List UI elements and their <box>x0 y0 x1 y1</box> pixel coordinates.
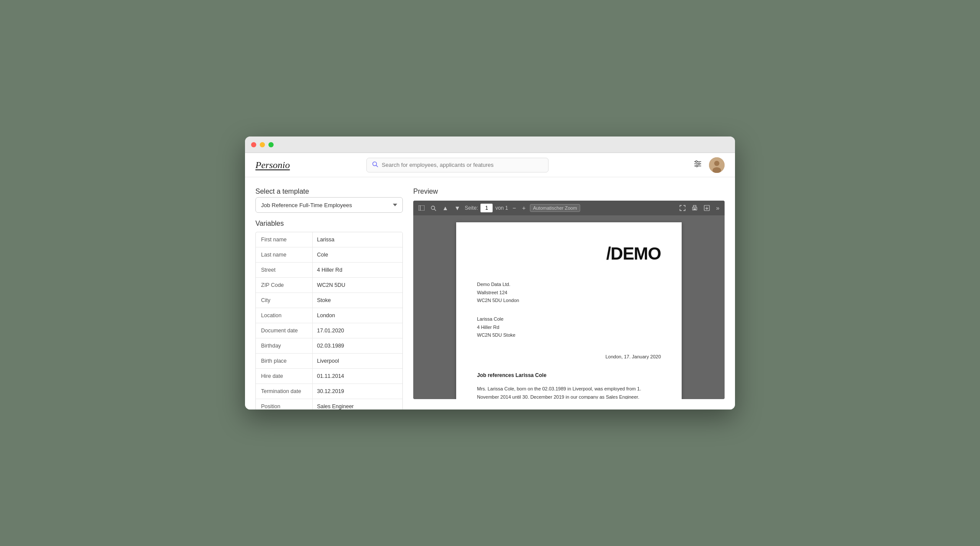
pdf-page: /DEMO Demo Data Ltd. Wallstreet 124 WC2N… <box>456 222 682 399</box>
company-name: Demo Data Ltd. <box>477 280 661 289</box>
svg-point-5 <box>696 161 697 162</box>
pdf-job-ref-heading: Job references Larissa Cole <box>477 371 661 380</box>
pdf-zoom-select[interactable]: Automatischer Zoom <box>530 204 580 212</box>
variable-input[interactable] <box>312 293 402 308</box>
pdf-demo-watermark: /DEMO <box>477 240 661 267</box>
svg-rect-11 <box>418 205 425 211</box>
recipient-street: 4 Hiller Rd <box>477 323 661 332</box>
minimize-button[interactable] <box>260 142 265 147</box>
variable-label: Last name <box>256 249 312 260</box>
pdf-recipient-address: Larissa Cole 4 Hiller Rd WC2N 5DU Stoke <box>477 315 661 339</box>
variables-label: Variables <box>255 220 403 228</box>
pdf-toolbar: ▲ ▼ Seite: von 1 − + Automatischer Zoom <box>413 201 725 215</box>
variable-input[interactable] <box>312 338 402 353</box>
pdf-company-address: Demo Data Ltd. Wallstreet 124 WC2N 5DU L… <box>477 280 661 305</box>
svg-line-1 <box>376 166 378 167</box>
variable-label: ZIP Code <box>256 280 312 291</box>
variable-row: City <box>256 293 402 308</box>
variable-input[interactable] <box>312 278 402 292</box>
variable-row: Birth place <box>256 354 402 369</box>
variable-row: Street <box>256 263 402 278</box>
variable-input[interactable] <box>312 399 402 410</box>
mac-window: Personio <box>245 136 735 410</box>
traffic-lights <box>251 142 274 147</box>
search-input[interactable] <box>382 162 543 168</box>
svg-point-9 <box>714 161 719 166</box>
variable-row: Termination date <box>256 384 402 399</box>
variable-input[interactable] <box>312 308 402 323</box>
app-logo: Personio <box>255 159 290 171</box>
filter-button[interactable] <box>693 160 702 169</box>
variable-input[interactable] <box>312 247 402 262</box>
close-button[interactable] <box>251 142 256 147</box>
recipient-city: WC2N 5DU Stoke <box>477 331 661 339</box>
pdf-prev-page[interactable]: ▲ <box>441 204 450 212</box>
svg-point-7 <box>696 165 698 167</box>
fullscreen-button[interactable] <box>268 142 274 147</box>
select-template-label: Select a template <box>255 188 403 195</box>
svg-rect-16 <box>693 205 696 207</box>
variable-input[interactable] <box>312 369 402 384</box>
pdf-search-btn[interactable] <box>429 205 438 212</box>
variable-row: Hire date <box>256 369 402 384</box>
variable-row: Document date <box>256 323 402 338</box>
search-bar[interactable] <box>366 158 549 172</box>
pdf-fullscreen[interactable] <box>678 204 687 212</box>
titlebar <box>245 136 735 153</box>
pdf-more[interactable]: » <box>714 204 721 212</box>
pdf-zoom-in[interactable]: + <box>520 204 527 212</box>
svg-rect-17 <box>693 208 696 210</box>
main-area: Select a template Job Reference Full-Tim… <box>245 177 735 410</box>
company-street: Wallstreet 124 <box>477 289 661 297</box>
variable-input[interactable] <box>312 323 402 338</box>
pdf-page-input[interactable] <box>480 204 493 212</box>
recipient-name: Larissa Cole <box>477 315 661 323</box>
template-select[interactable]: Job Reference Full-Time Employees <box>255 197 403 213</box>
variable-row: ZIP Code <box>256 278 402 293</box>
pdf-total-pages: von 1 <box>495 205 508 211</box>
topbar-right <box>693 157 725 173</box>
variable-label: Birth place <box>256 355 312 367</box>
preview-title: Preview <box>413 188 725 195</box>
pdf-body1: Mrs. Larissa Cole, born on the 02.03.198… <box>477 385 661 399</box>
variable-label: Termination date <box>256 386 312 397</box>
pdf-page-label: Seite: <box>465 205 478 211</box>
pdf-content[interactable]: /DEMO Demo Data Ltd. Wallstreet 124 WC2N… <box>413 215 725 399</box>
left-panel: Select a template Job Reference Full-Tim… <box>255 188 403 399</box>
variable-row: Birthday <box>256 338 402 354</box>
variable-label: Document date <box>256 325 312 336</box>
variable-input[interactable] <box>312 384 402 399</box>
variable-input[interactable] <box>312 354 402 368</box>
variable-label: First name <box>256 234 312 245</box>
variables-table: First nameLast nameStreetZIP CodeCityLoc… <box>255 232 403 410</box>
variable-row: First name <box>256 232 402 247</box>
svg-point-6 <box>698 163 700 165</box>
variable-row: Position <box>256 399 402 410</box>
variable-input[interactable] <box>312 263 402 277</box>
variable-label: Location <box>256 310 312 321</box>
pdf-zoom-out[interactable]: − <box>511 204 518 212</box>
topbar: Personio <box>245 153 735 177</box>
pdf-print[interactable] <box>690 204 699 212</box>
variable-row: Location <box>256 308 402 323</box>
variable-row: Last name <box>256 247 402 263</box>
variable-label: City <box>256 295 312 306</box>
pdf-download[interactable] <box>702 204 712 212</box>
variable-label: Birthday <box>256 340 312 351</box>
svg-line-14 <box>434 209 436 211</box>
pdf-date: London, 17. January 2020 <box>477 353 661 361</box>
app-content: Personio <box>245 153 735 410</box>
template-section: Select a template Job Reference Full-Tim… <box>255 188 403 213</box>
variable-label: Hire date <box>256 370 312 382</box>
variables-section: Variables First nameLast nameStreetZIP C… <box>255 220 403 410</box>
pdf-next-page[interactable]: ▼ <box>453 204 462 212</box>
user-avatar[interactable] <box>709 157 725 173</box>
right-panel: Preview <box>413 188 725 399</box>
search-icon <box>372 161 378 169</box>
pdf-sidebar-toggle[interactable] <box>417 205 426 211</box>
variable-input[interactable] <box>312 232 402 247</box>
variable-label: Position <box>256 401 312 410</box>
variable-label: Street <box>256 264 312 276</box>
pdf-viewer: ▲ ▼ Seite: von 1 − + Automatischer Zoom <box>413 201 725 399</box>
company-city: WC2N 5DU London <box>477 296 661 305</box>
